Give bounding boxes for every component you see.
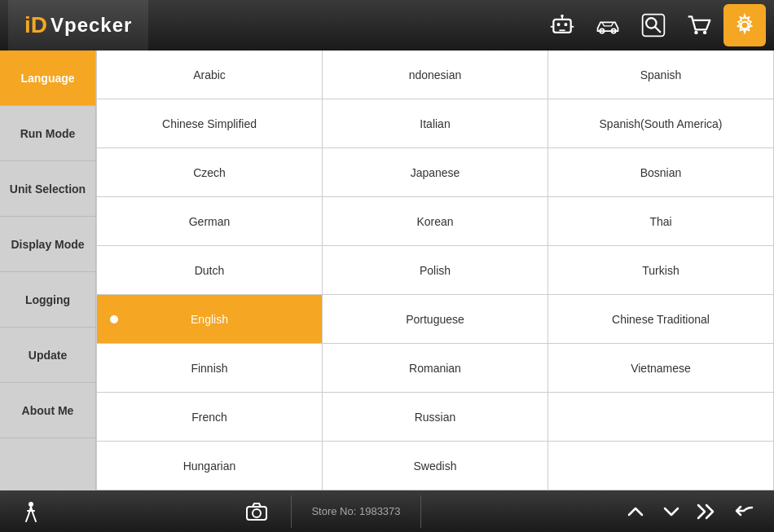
language-label: Arabic [193,68,226,81]
language-cell-dutch[interactable]: Dutch [97,246,323,295]
logo-text: Vpecker [51,14,132,37]
robot-icon [549,12,575,38]
sidebar-item-language[interactable]: Language [0,51,95,106]
header: iD Vpecker [0,0,774,51]
language-cell-ndonesian[interactable]: ndonesian [323,51,548,99]
language-label: Finnish [191,362,227,375]
gear-icon [732,12,758,38]
footer-nav [621,497,758,526]
sidebar-item-update[interactable]: Update [0,328,95,383]
language-cell-vietnamese[interactable]: Vietnamese [548,344,774,393]
camera-icon-btn[interactable] [242,497,271,526]
logo-icon: iD [24,12,47,38]
language-cell-bosnian[interactable]: Bosnian [548,148,774,197]
cart-icon-btn[interactable] [678,4,720,46]
nav-forward-btn[interactable] [693,497,722,526]
vehicle-icon-btn[interactable] [587,4,629,46]
language-label: Korean [416,215,453,228]
walk-icon-btn[interactable] [16,497,46,526]
logo-area: iD Vpecker [8,0,148,51]
language-label: Portuguese [406,313,464,326]
camera-icon [244,499,269,524]
language-label: Japanese [411,166,460,179]
settings-icon-btn[interactable] [723,4,766,46]
language-label: Polish [420,264,451,277]
language-label: English [191,313,228,326]
svg-rect-1 [557,23,561,26]
language-cell-portuguese[interactable]: Portuguese [323,295,548,344]
sidebar-item-about-me[interactable]: About Me [0,383,95,438]
language-cell-german[interactable]: German [97,197,323,246]
language-cell-arabic[interactable]: Arabic [97,51,323,99]
language-label: Czech [193,166,226,179]
sidebar-item-run-mode[interactable]: Run Mode [0,106,95,161]
sidebar-item-display-mode[interactable]: Display Mode [0,217,95,272]
language-cell-chinese-traditional[interactable]: Chinese Traditional [548,295,774,344]
language-label: Vietnamese [631,362,691,375]
sidebar-item-logging[interactable]: Logging [0,272,95,328]
language-label: German [189,215,231,228]
cart-icon [686,12,712,38]
language-label: French [191,411,227,424]
language-cell-korean[interactable]: Korean [323,197,548,246]
language-content: ArabicndonesianSpanishChinese Simplified… [96,51,774,490]
store-label: Store No: 1983373 [311,505,400,517]
svg-point-11 [646,18,656,28]
language-cell-empty [548,393,774,442]
language-label: Thai [649,215,671,228]
nav-up-btn[interactable] [621,497,650,526]
language-cell-polish[interactable]: Polish [323,246,548,295]
svg-line-12 [655,27,661,33]
diagnostic-icon-btn[interactable] [541,4,583,46]
language-label: Swedish [414,459,457,473]
language-label: Chinese Traditional [612,313,710,326]
sidebar-item-unit-selection[interactable]: Unit Selection [0,161,95,217]
search-icon-btn[interactable] [632,4,675,46]
language-label: Hungarian [183,459,236,473]
language-label: ndonesian [409,68,462,81]
language-cell-japanese[interactable]: Japanese [323,148,548,197]
footer-divider-2 [420,495,421,528]
language-cell-romanian[interactable]: Romanian [323,344,548,393]
language-cell-turkish[interactable]: Turkish [548,246,774,295]
footer-center: Store No: 1983373 [242,495,424,528]
svg-rect-2 [565,23,568,26]
language-cell-spanishsouth-america[interactable]: Spanish(South America) [548,99,774,148]
language-cell-french[interactable]: French [97,393,323,442]
back-icon [731,501,755,522]
language-cell-thai[interactable]: Thai [548,197,774,246]
language-label: Russian [415,411,456,424]
language-cell-italian[interactable]: Italian [323,99,548,148]
chevron-up-icon [625,501,646,522]
language-cell-english[interactable]: English [97,295,323,344]
svg-point-14 [703,31,706,34]
nav-back-btn[interactable] [728,497,758,526]
language-cell-czech[interactable]: Czech [97,148,323,197]
language-label: Chinese Simplified [162,117,257,130]
svg-point-13 [694,31,697,34]
svg-point-15 [741,22,749,29]
language-label: Turkish [642,264,679,277]
language-grid: ArabicndonesianSpanishChinese Simplified… [96,51,774,490]
double-chevron-right-icon [695,501,719,522]
footer: Store No: 1983373 [0,490,774,532]
walk-icon [20,500,42,523]
footer-divider-1 [291,495,292,528]
sidebar: Language Run Mode Unit Selection Display… [0,51,96,490]
language-label: Spanish [640,68,682,81]
header-icons [541,4,766,46]
language-cell-empty [548,442,774,490]
language-label: Bosnian [640,166,682,179]
language-cell-spanish[interactable]: Spanish [548,51,774,99]
language-cell-finnish[interactable]: Finnish [97,344,323,393]
car-icon [595,12,621,38]
language-cell-hungarian[interactable]: Hungarian [97,442,323,490]
language-cell-swedish[interactable]: Swedish [323,442,548,490]
language-cell-chinese-simplified[interactable]: Chinese Simplified [97,99,323,148]
chevron-down-icon [661,501,682,522]
language-label: Dutch [195,264,225,277]
search-icon [640,12,666,38]
language-cell-russian[interactable]: Russian [323,393,548,442]
nav-down-btn[interactable] [657,497,686,526]
language-label: Italian [420,117,450,130]
